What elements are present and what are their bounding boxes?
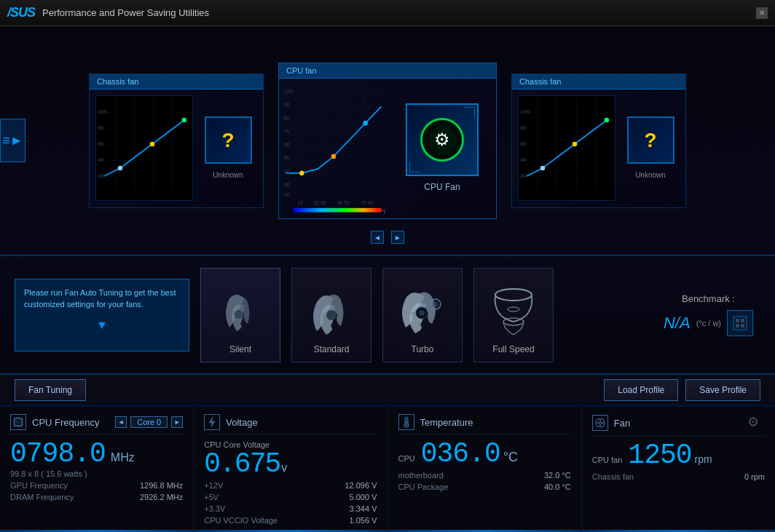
cpu-freq-unit: MHz — [111, 451, 135, 464]
chassis-fan-left-content: 100 80 60 40 20 ? Unknown — [90, 90, 263, 207]
load-profile-button[interactable]: Load Profile — [604, 379, 678, 401]
svg-rect-73 — [736, 319, 739, 322]
chassis-fan-right-box: ? — [627, 116, 674, 164]
dram-freq-label: DRAM Frequency — [10, 493, 74, 501]
temp-row: motherboard32.0 °C — [398, 471, 571, 480]
cpu-core-voltage-value: 0.675 — [204, 450, 280, 478]
benchmark-value: N/A — [664, 314, 691, 333]
fan-info-arrow: ▼ — [24, 317, 180, 334]
chassis-fan-right-header: Chassis fan — [512, 74, 685, 90]
fan-cards-container: Chassis fan — [0, 48, 775, 234]
svg-rect-44 — [294, 207, 381, 212]
svg-text:90: 90 — [283, 101, 290, 108]
dram-freq-value: 2926.2 MHz — [140, 493, 183, 501]
cpu-fan-label: CPU Fan — [424, 182, 460, 192]
benchmark-panel: Benchmark : N/A (°c / w) — [664, 293, 760, 336]
fan-mode-standard[interactable]: Standard — [291, 268, 371, 362]
fan-mode-silent[interactable]: Silent — [200, 268, 280, 362]
voltage-row-label: +12V — [204, 481, 223, 490]
svg-point-29 — [331, 154, 337, 159]
chassis-fan-right-content: 100 80 60 40 20 ? Unknown — [512, 90, 685, 207]
temp-row-label: CPU Package — [398, 483, 449, 491]
fullspeed-mode-label: Full Speed — [492, 344, 534, 354]
svg-text:40 50: 40 50 — [337, 200, 350, 205]
svg-text:70: 70 — [283, 127, 290, 134]
benchmark-button[interactable] — [727, 310, 753, 336]
temp-header: Temperature — [398, 414, 571, 434]
cpu-temp-value: 036.0 — [421, 440, 500, 468]
svg-point-63 — [235, 310, 243, 319]
svg-rect-74 — [741, 319, 744, 322]
save-profile-button[interactable]: Save Profile — [685, 379, 760, 401]
close-button[interactable]: ✕ — [756, 7, 768, 19]
temp-row: CPU Package40.0 °C — [398, 483, 571, 491]
voltage-title: Voltage — [226, 417, 257, 428]
voltage-row-value: 5.000 V — [350, 493, 377, 501]
cpu-core-label: Core 0 — [130, 416, 168, 428]
cpu-core-nav: ◄ Core 0 ► — [115, 416, 183, 428]
cpu-fan-spinner: ⚙ — [420, 118, 464, 162]
standard-fan-icon — [306, 282, 357, 341]
temp-icon — [398, 414, 414, 430]
chassis-fan-card-right: Chassis fan — [511, 74, 686, 208]
chassis-fan-left-graph[interactable]: 100 80 60 40 20 — [95, 95, 193, 201]
turbo-mode-label: Turbo — [412, 344, 434, 354]
prev-arrow[interactable]: ◄ — [371, 231, 384, 244]
cpu-sub-info: 99.8 x 8 ( 15.6 watts ) — [10, 469, 183, 478]
svg-point-9 — [118, 165, 123, 170]
svg-point-66 — [419, 310, 425, 316]
settings-gear-icon[interactable]: ⚙ — [747, 414, 765, 432]
svg-text:100: 100 — [520, 108, 530, 115]
svg-point-71 — [508, 307, 519, 311]
unknown-fan-right-icon: ? — [644, 129, 656, 152]
voltage-rows: +12V12.096 V+5V5.000 V+3.3V3.344 VCPU VC… — [204, 481, 377, 525]
fan-mode-panel: Please run Fan Auto Tuning to get the be… — [0, 256, 775, 375]
cpu-core-next[interactable]: ► — [171, 416, 183, 428]
cpu-fan-graph[interactable]: 100 90 80 70 60 50 40 30 20 10 20 30 — [279, 79, 388, 218]
voltage-row-value: 1.056 V — [350, 516, 377, 525]
svg-point-95 — [405, 424, 407, 426]
svg-text:80: 80 — [520, 124, 527, 131]
menu-icon: ≡► — [2, 133, 23, 148]
next-arrow[interactable]: ► — [391, 231, 404, 244]
cpu-fan-3d-box: ⚙ — [406, 103, 479, 176]
svg-text:60: 60 — [98, 140, 104, 147]
voltage-header: Voltage — [204, 414, 377, 434]
cpu-freq-value: 0798.0 — [10, 440, 106, 468]
fullspeed-fan-icon — [488, 282, 539, 341]
svg-point-97 — [599, 421, 602, 424]
cpu-icon — [10, 414, 26, 430]
svg-text:10: 10 — [298, 200, 304, 205]
fan-row-value: 0 rpm — [744, 472, 765, 481]
voltage-row-label: +5V — [204, 493, 219, 501]
fan-mode-turbo[interactable]: Turbo — [382, 268, 463, 362]
fan-section: Fan ⚙ CPU fan 1250 rpm Chassis fan0 rpm — [582, 407, 775, 532]
fan-monitor-title: Fan — [614, 418, 630, 429]
fan-rows: Chassis fan0 rpm — [592, 472, 765, 481]
svg-text:80: 80 — [283, 114, 290, 121]
cpu-temp-display: CPU 036.0 °C — [398, 440, 571, 468]
svg-point-30 — [363, 120, 368, 125]
svg-text:100: 100 — [98, 108, 107, 115]
svg-point-69 — [495, 289, 532, 301]
dram-freq-row: DRAM Frequency 2926.2 MHz — [10, 493, 183, 501]
silent-fan-icon — [215, 282, 266, 341]
chassis-fan-right-icon-area: ? Unknown — [621, 95, 680, 201]
silent-mode-label: Silent — [229, 344, 251, 354]
chassis-fan-left-box: ? — [205, 116, 252, 164]
cpu-core-prev[interactable]: ◄ — [115, 416, 127, 428]
fan-mode-fullspeed[interactable]: Full Speed — [473, 268, 554, 362]
svg-text:40: 40 — [98, 156, 104, 163]
control-row: Fan Tuning Load Profile Save Profile — [0, 375, 775, 405]
side-nav-button[interactable]: ≡► — [0, 119, 25, 162]
svg-text:70 80: 70 80 — [361, 200, 374, 205]
chassis-fan-right-graph[interactable]: 100 80 60 40 20 — [518, 95, 615, 201]
svg-rect-76 — [741, 324, 744, 327]
cpu-fan-header: CPU fan — [279, 63, 496, 79]
app-title: Performance and Power Saving Utilities — [42, 7, 756, 18]
fan-header: Fan ⚙ — [592, 414, 765, 436]
fan-tuning-button[interactable]: Fan Tuning — [15, 379, 86, 401]
cpu-freq-display: 0798.0 MHz — [10, 440, 183, 468]
voltage-row-value: 12.096 V — [345, 481, 377, 490]
svg-text:20: 20 — [283, 191, 290, 197]
